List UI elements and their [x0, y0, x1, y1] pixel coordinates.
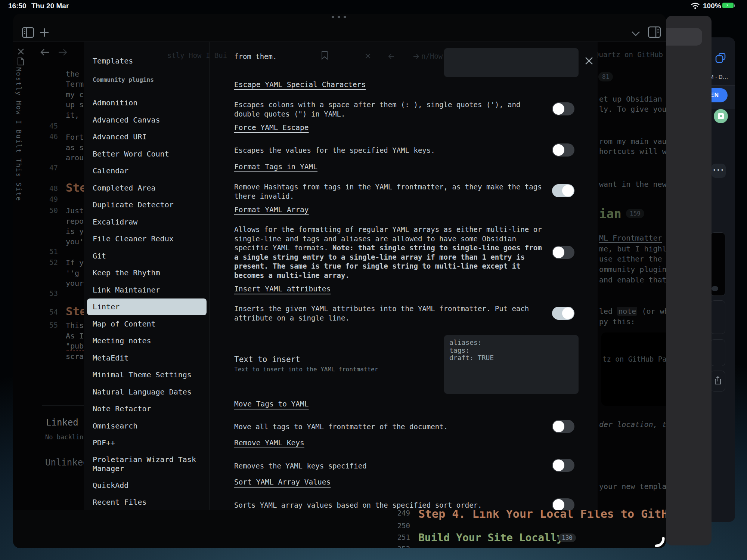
slideover-card [710, 300, 725, 334]
bookmark-icon [321, 51, 328, 60]
pane-divider [358, 510, 358, 548]
nav-plugin-item[interactable]: PDF++ [87, 434, 207, 452]
scrolled-description-tail: from them. [234, 52, 277, 61]
nav-plugin-item[interactable]: Linter [87, 298, 207, 316]
nav-plugin-item[interactable]: Keep the Rhythm [87, 264, 207, 282]
more-button[interactable]: ••• [712, 164, 726, 178]
previous-setting-textarea[interactable] [444, 48, 579, 77]
nav-plugin-item[interactable]: Minimal Theme Settings [87, 366, 207, 384]
editor-h3: Build Your Site Locally [418, 532, 563, 544]
setting-description: Allows for the formatting of regular YAM… [234, 225, 542, 280]
setting-description: Removes the YAML keys specified [234, 461, 367, 471]
nav-item-templates[interactable]: Templates [87, 52, 207, 69]
setting-title: Move Tags to YAML [234, 400, 309, 408]
setting-title: Escape YAML Special Characters [234, 80, 366, 89]
nav-plugin-item[interactable]: Recent Files [87, 494, 207, 511]
text-to-insert-textarea[interactable]: aliases: tags: draft: TRUE [444, 335, 579, 394]
toggle-force-yaml-escape[interactable] [552, 143, 574, 157]
setting-title: Remove YAML Keys [234, 439, 304, 447]
nav-plugin-item[interactable]: Better Word Count [87, 145, 207, 163]
background-window [666, 16, 712, 545]
nav-plugin-item[interactable]: Map of Content [87, 315, 207, 332]
toggle-escape-yaml-special-characters[interactable] [552, 102, 574, 115]
ghost-back-icon [388, 54, 395, 59]
nav-plugin-item[interactable]: Natural Language Dates [87, 383, 207, 400]
modal-close-icon[interactable] [583, 55, 595, 66]
chevron-down-icon[interactable] [631, 31, 640, 37]
tabs-icon[interactable] [715, 52, 727, 64]
toggle-remove-yaml-keys[interactable] [552, 459, 574, 472]
background-window-pill [661, 28, 702, 46]
line-number: 250 [395, 522, 410, 530]
nav-section-label: Community plugins [93, 76, 210, 83]
setting-title: Format Tags in YAML [234, 163, 317, 171]
settings-modal: stly How I Built This S n/How to s Templ… [84, 42, 598, 510]
line-number: 251 [395, 533, 410, 541]
line-number: 252 [395, 545, 410, 548]
setting-description: Remove Hashtags from tags in the YAML fr… [234, 182, 542, 201]
new-tab-icon[interactable] [40, 28, 49, 37]
setting-title: Force YAML Escape [234, 123, 309, 132]
nav-plugin-item[interactable]: Link Maintainer [87, 281, 207, 298]
status-bar: 16:50 Thu 20 Mar 100% ⚡ [0, 0, 747, 11]
obsidian-window: Mostly How I Built This Site 45 46 47 48… [13, 14, 666, 548]
modal-nav-divider [210, 42, 210, 510]
setting-description: Sorts YAML array values based on the spe… [234, 501, 482, 510]
settings-nav: Templates Community plugins AdmonitionAd… [84, 42, 210, 510]
nav-plugin-item[interactable]: Duplicate Detector [87, 197, 207, 214]
toggle-format-yaml-array[interactable] [552, 246, 574, 259]
nav-plugin-item[interactable]: Proletarian Wizard Task Manager [87, 451, 207, 477]
slideover-card [710, 371, 725, 392]
nav-plugin-item[interactable]: Calendar [87, 163, 207, 180]
toggle-insert-yaml-attributes[interactable] [552, 307, 574, 320]
ghost-close-icon [365, 53, 371, 59]
nav-plugin-item[interactable]: QuickAdd [87, 477, 207, 494]
nav-plugin-item[interactable]: Note Refactor [87, 400, 207, 418]
slideover-card [710, 339, 725, 366]
battery-icon: ⚡ [722, 3, 734, 8]
setting-description: Move all tags to YAML frontmatter of the… [234, 422, 448, 431]
toggle-sort-yaml-array-values[interactable] [552, 498, 574, 510]
nav-plugin-item[interactable]: Git [87, 247, 207, 264]
nav-plugin-item[interactable]: Advanced Canvas [87, 111, 207, 129]
text-to-insert-label: Text to insert [234, 355, 300, 364]
nav-plugin-item[interactable]: Meeting notes [87, 332, 207, 350]
right-sidebar-toggle-icon[interactable] [648, 26, 661, 38]
slideover-app-label: M · D… [709, 74, 728, 80]
slideover-card [710, 232, 725, 296]
toggle-format-tags-in-yaml[interactable] [552, 184, 574, 197]
nav-plugin-item[interactable]: File Cleaner Redux [87, 231, 207, 248]
battery-percent: 100% [703, 2, 721, 10]
setting-description: Escapes the values for the specified YAM… [234, 146, 435, 155]
ipad-screen: M · D… PEN ••• [0, 0, 747, 560]
toggle-move-tags-to-yaml[interactable] [552, 420, 574, 433]
setting-title: Format YAML Array [234, 205, 309, 214]
clock: 16:50 [8, 2, 27, 10]
nav-plugin-item[interactable]: Completed Area [87, 179, 207, 197]
multitask-dots[interactable] [332, 16, 346, 18]
setting-title: Sort YAML Array Values [234, 478, 331, 486]
nav-plugin-item[interactable]: Advanced URI [87, 129, 207, 146]
nav-plugin-item[interactable]: Omnisearch [87, 417, 207, 434]
nav-plugin-list: AdmonitionAdvanced CanvasAdvanced URIBet… [84, 95, 210, 511]
nav-plugin-item[interactable]: MetaEdit [87, 349, 207, 366]
left-sidebar-toggle-icon[interactable] [22, 27, 34, 38]
wifi-icon [691, 3, 700, 9]
date: Thu 20 Mar [31, 2, 69, 10]
nav-plugin-item[interactable]: Admonition [87, 95, 207, 112]
text-to-insert-sublabel: Text to insert into the YAML frontmatter [234, 366, 378, 373]
share-icon [715, 376, 721, 384]
site-avatar [714, 109, 728, 123]
setting-description: Escapes colons with a space after them (… [234, 100, 520, 118]
setting-title: Insert YAML attributes [234, 285, 331, 293]
nav-plugin-item[interactable]: Excalidraw [87, 213, 207, 231]
ghost-right-tab-title: n/How to s [421, 52, 443, 60]
setting-description: Inserts the given YAML attributes into t… [234, 304, 529, 322]
heading-count-badge: 130 [558, 533, 576, 542]
ghost-forward-icon [413, 54, 419, 59]
